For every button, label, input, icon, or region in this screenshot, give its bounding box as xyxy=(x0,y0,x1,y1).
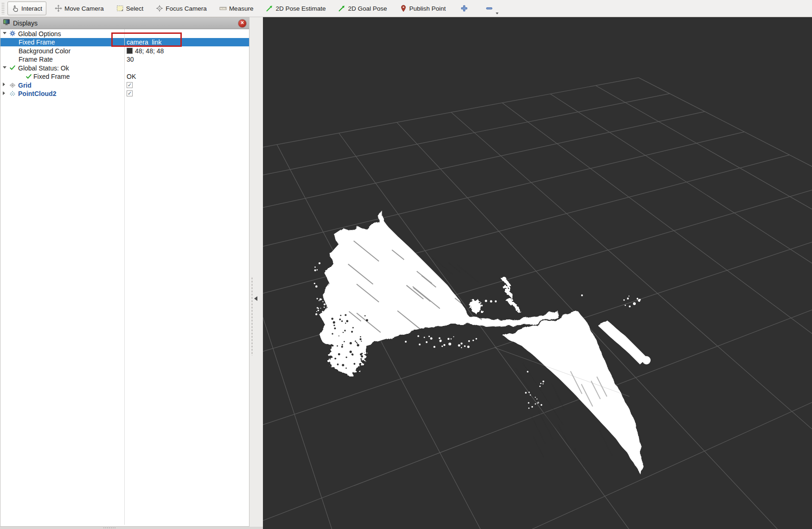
status-check-icon xyxy=(9,64,16,71)
row-value[interactable]: OK xyxy=(127,73,136,80)
tree-row-frame-rate[interactable]: Frame Rate30 xyxy=(0,55,249,64)
tree-column-divider[interactable] xyxy=(124,29,125,525)
enabled-checkbox[interactable]: ✓ xyxy=(127,90,133,96)
tool-label: Measure xyxy=(229,5,254,12)
bottom-splitter-grip[interactable] xyxy=(103,527,116,529)
enabled-checkbox[interactable]: ✓ xyxy=(127,82,133,88)
row-label: Fixed Frame xyxy=(19,38,55,46)
collapse-left-icon[interactable] xyxy=(254,296,257,301)
minus-icon xyxy=(486,5,493,12)
row-value[interactable]: ✓ xyxy=(127,82,133,88)
row-value[interactable]: camera_link xyxy=(127,38,161,46)
plus-icon xyxy=(460,5,468,12)
map-pin-icon xyxy=(400,5,407,12)
crosshair-icon xyxy=(156,5,163,12)
tool-label: Interact xyxy=(21,5,42,12)
value-text: 48; 48; 48 xyxy=(135,47,164,55)
tool-label: Move Camera xyxy=(64,5,104,12)
value-text: OK xyxy=(127,73,136,80)
value-text: camera_link xyxy=(127,38,161,46)
close-icon[interactable]: × xyxy=(238,19,247,28)
value-text: 30 xyxy=(127,56,134,63)
chevron-right-icon[interactable] xyxy=(3,83,5,86)
tool-label: Publish Point xyxy=(409,5,446,12)
dropdown-caret-icon[interactable] xyxy=(496,13,499,14)
move-arrows-icon xyxy=(55,5,62,12)
row-value[interactable]: 48; 48; 48 xyxy=(127,47,164,55)
row-value[interactable]: 30 xyxy=(127,56,134,63)
tool-2d-pose-estimate[interactable]: 2D Pose Estimate xyxy=(262,1,330,15)
pose-arrow-icon xyxy=(266,5,273,12)
row-label: Grid xyxy=(18,82,32,89)
tree-row-global-status-ok[interactable]: Global Status: Ok xyxy=(0,64,249,72)
tool-label: Focus Camera xyxy=(166,5,207,12)
3d-scene-canvas[interactable] xyxy=(263,17,812,529)
chevron-down-icon[interactable] xyxy=(3,66,6,69)
tool-label: 2D Goal Pose xyxy=(348,5,387,12)
pointcloud xyxy=(314,209,651,475)
3d-viewport[interactable] xyxy=(263,17,812,529)
selection-box-icon xyxy=(116,5,124,12)
tool-interact[interactable]: Interact xyxy=(7,1,46,15)
displays-panel-header[interactable]: Displays × xyxy=(0,18,249,29)
gear-icon xyxy=(9,30,16,37)
row-label: PointCloud2 xyxy=(18,90,56,97)
tool-select[interactable]: Select xyxy=(112,1,148,15)
panel-title: Displays xyxy=(13,19,238,27)
tree-row-fixed-frame[interactable]: Fixed Framecamera_link xyxy=(0,38,249,47)
tool-label: 2D Pose Estimate xyxy=(275,5,326,12)
displays-panel: Displays × Global OptionsFixed Framecame… xyxy=(0,17,249,527)
tree-row-fixed-frame[interactable]: Fixed FrameOK xyxy=(0,72,249,81)
tool-move-camera[interactable]: Move Camera xyxy=(51,1,108,15)
tree-row-global-options[interactable]: Global Options xyxy=(0,29,249,38)
tree-row-background-color[interactable]: Background Color48; 48; 48 xyxy=(0,46,249,55)
row-label: Fixed Frame xyxy=(33,73,70,80)
row-label: Global Status: Ok xyxy=(18,64,69,72)
panel-splitter[interactable] xyxy=(249,17,263,529)
tree-row-pointcloud2-display[interactable]: PointCloud2✓ xyxy=(0,89,249,98)
row-label: Frame Rate xyxy=(19,56,53,63)
status-check-icon xyxy=(26,73,32,80)
toolbar-drag-handle[interactable] xyxy=(1,2,5,14)
displays-icon xyxy=(3,19,13,28)
remove-tool-button[interactable] xyxy=(483,1,496,15)
row-label: Global Options xyxy=(18,30,61,38)
tool-label: Select xyxy=(126,5,144,12)
grid-icon xyxy=(9,82,16,88)
chevron-right-icon[interactable] xyxy=(3,91,5,95)
displays-tree: Global OptionsFixed Framecamera_linkBack… xyxy=(0,29,249,526)
add-tool-button[interactable] xyxy=(458,1,471,15)
ruler-icon xyxy=(219,5,227,12)
color-swatch xyxy=(127,48,133,54)
tool-measure[interactable]: Measure xyxy=(215,1,258,15)
rviz-window: InteractMove CameraSelectFocus CameraMea… xyxy=(0,0,812,529)
goal-arrow-icon xyxy=(338,5,345,12)
tool-2d-goal-pose[interactable]: 2D Goal Pose xyxy=(334,1,391,15)
splitter-grip[interactable] xyxy=(251,277,253,356)
toolbar-tools: InteractMove CameraSelectFocus CameraMea… xyxy=(7,1,501,15)
row-value[interactable]: ✓ xyxy=(127,90,133,96)
pointcloud-icon xyxy=(9,90,16,97)
tool-publish-point[interactable]: Publish Point xyxy=(396,1,450,15)
toolbar: InteractMove CameraSelectFocus CameraMea… xyxy=(0,0,812,17)
row-label: Background Color xyxy=(19,47,70,55)
hand-icon xyxy=(12,5,19,12)
bottom-splitter[interactable] xyxy=(0,527,263,529)
tool-focus-camera[interactable]: Focus Camera xyxy=(152,1,211,15)
chevron-down-icon[interactable] xyxy=(3,32,6,34)
tree-row-grid-display[interactable]: Grid✓ xyxy=(0,81,249,89)
